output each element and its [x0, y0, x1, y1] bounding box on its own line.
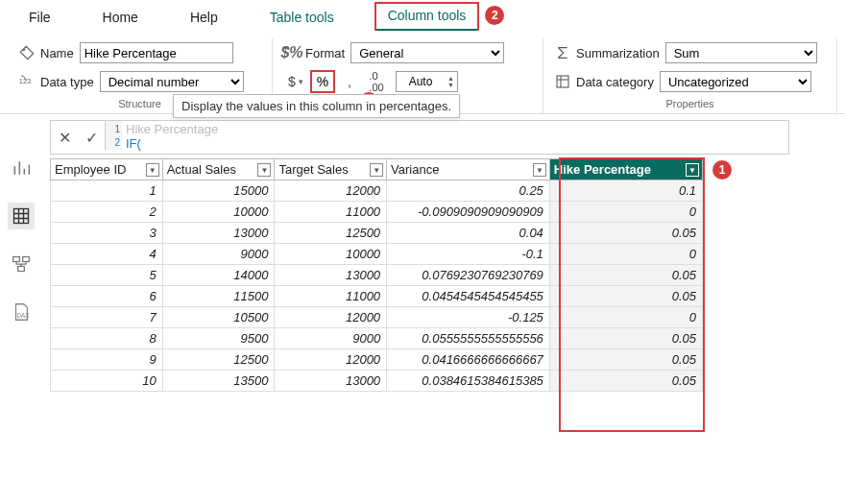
tab-column-tools[interactable]: Column tools 2 — [374, 2, 480, 31]
cell[interactable]: 11000 — [275, 286, 387, 307]
stepper-arrows[interactable]: ▲▼ — [445, 75, 457, 88]
cell[interactable]: 0.04 — [387, 223, 550, 244]
ribbon: Name 123 Data type Decimal number Struct… — [0, 31, 845, 114]
name-input[interactable] — [80, 42, 233, 63]
tab-home[interactable]: Home — [91, 6, 150, 31]
percent-button[interactable]: % — [310, 70, 335, 93]
cell[interactable]: 11500 — [162, 286, 275, 307]
model-view-icon[interactable] — [8, 251, 35, 277]
cell[interactable]: 0 — [549, 244, 702, 265]
format-select[interactable]: General — [350, 42, 504, 63]
cell[interactable]: 12000 — [275, 349, 387, 371]
summarization-select[interactable]: Sum — [665, 42, 817, 63]
decimal-auto-stepper[interactable]: ▲▼ — [396, 71, 458, 92]
col-header-employee-id[interactable]: Employee ID▼ — [51, 159, 163, 180]
formula-commit-button[interactable]: ✓ — [78, 121, 105, 154]
cell[interactable]: 0.05 — [549, 265, 702, 286]
table-row[interactable]: 115000120000.250.1 — [51, 180, 703, 202]
table-row[interactable]: 313000125000.040.05 — [51, 223, 703, 244]
cell[interactable]: 8 — [51, 328, 163, 349]
cell[interactable]: 7 — [51, 307, 163, 328]
cell[interactable]: 0.0384615384615385 — [387, 371, 550, 392]
table-row[interactable]: 21000011000-0.09090909090909090 — [51, 202, 703, 223]
dax-view-icon[interactable]: DAX — [8, 299, 35, 325]
table-row[interactable]: 912500120000.04166666666666670.05 — [51, 349, 703, 371]
cell[interactable]: 4 — [51, 244, 163, 265]
cell[interactable]: 10000 — [162, 202, 275, 223]
table-row[interactable]: 71050012000-0.1250 — [51, 307, 703, 328]
cell[interactable]: -0.1 — [387, 244, 550, 265]
cell[interactable]: -0.125 — [387, 307, 550, 328]
svg-rect-3 — [13, 257, 20, 262]
data-category-select[interactable]: Uncategorized — [660, 71, 811, 92]
sigma-icon — [553, 43, 572, 62]
formula-editor[interactable]: Hike Percentage IF( — [122, 121, 222, 152]
formula-bar: ✕ ✓ 12 Hike Percentage IF( — [50, 120, 789, 155]
cell[interactable]: 0.0416666666666667 — [387, 349, 550, 371]
table-row[interactable]: 611500110000.04545454545454550.05 — [51, 286, 703, 307]
datatype-select[interactable]: Decimal number — [100, 71, 244, 92]
cell[interactable]: 0.25 — [387, 180, 550, 202]
cell[interactable]: 9000 — [162, 244, 275, 265]
formula-cancel-button[interactable]: ✕ — [51, 121, 78, 154]
table-row[interactable]: 4900010000-0.10 — [51, 244, 703, 265]
table-row[interactable]: 514000130000.07692307692307690.05 — [51, 265, 703, 286]
filter-dropdown-icon[interactable]: ▼ — [370, 163, 383, 177]
cell[interactable]: 3 — [51, 223, 163, 244]
data-category-label: Data category — [576, 75, 654, 89]
cell[interactable]: 15000 — [162, 180, 275, 202]
col-header-target-sales[interactable]: Target Sales▼ — [275, 159, 387, 180]
data-view-icon[interactable] — [8, 203, 35, 229]
cell[interactable]: 13000 — [275, 371, 387, 392]
cell[interactable]: 10 — [51, 371, 163, 392]
cell[interactable]: 12500 — [162, 349, 275, 371]
callout-badge-2: 2 — [485, 6, 504, 25]
filter-dropdown-icon[interactable]: ▼ — [686, 163, 699, 177]
cell[interactable]: 9000 — [275, 328, 387, 349]
table-row[interactable]: 1013500130000.03846153846153850.05 — [51, 371, 703, 392]
filter-dropdown-icon[interactable]: ▼ — [257, 163, 271, 177]
col-header-hike-percentage[interactable]: Hike Percentage▼ — [549, 159, 702, 180]
cell[interactable]: 2 — [51, 202, 163, 223]
cell[interactable]: 10000 — [275, 244, 387, 265]
filter-dropdown-icon[interactable]: ▼ — [146, 163, 159, 177]
cell[interactable]: 9 — [51, 349, 163, 371]
cell[interactable]: 12000 — [275, 180, 387, 202]
cell[interactable]: 12500 — [275, 223, 387, 244]
cell[interactable]: 13000 — [275, 265, 387, 286]
cell[interactable]: 0.1 — [549, 180, 702, 202]
table-row[interactable]: 8950090000.05555555555555560.05 — [51, 328, 703, 349]
tab-table-tools[interactable]: Table tools — [258, 6, 346, 31]
col-header-variance[interactable]: Variance▼ — [387, 159, 550, 180]
cell[interactable]: 0.05 — [549, 371, 702, 392]
cell[interactable]: 0.0454545454545455 — [387, 286, 550, 307]
cell[interactable]: 13500 — [162, 371, 275, 392]
cell[interactable]: 10500 — [162, 307, 275, 328]
cell[interactable]: 9500 — [162, 328, 275, 349]
cell[interactable]: 0.0555555555555556 — [387, 328, 550, 349]
tab-file[interactable]: File — [17, 6, 62, 31]
cell[interactable]: 11000 — [275, 202, 387, 223]
decimal-auto-input[interactable] — [397, 72, 445, 91]
thousands-separator-button[interactable]: , — [337, 70, 362, 93]
cell[interactable]: 5 — [51, 265, 163, 286]
cell[interactable]: -0.0909090909090909 — [387, 202, 550, 223]
cell[interactable]: 1 — [51, 180, 163, 202]
cell[interactable]: 0.0769230769230769 — [387, 265, 550, 286]
cell[interactable]: 0 — [549, 202, 702, 223]
cell[interactable]: 0.05 — [549, 328, 702, 349]
cell[interactable]: 14000 — [162, 265, 275, 286]
filter-dropdown-icon[interactable]: ▼ — [533, 163, 546, 177]
cell[interactable]: 0.05 — [549, 223, 702, 244]
cell[interactable]: 0.05 — [549, 349, 702, 371]
cell[interactable]: 0 — [549, 307, 702, 328]
cell[interactable]: 13000 — [162, 223, 275, 244]
name-tag-icon — [17, 43, 36, 62]
cell[interactable]: 0.05 — [549, 286, 702, 307]
col-header-actual-sales[interactable]: Actual Sales▼ — [162, 159, 275, 180]
report-view-icon[interactable] — [8, 155, 35, 181]
tab-help[interactable]: Help — [179, 6, 229, 31]
cell[interactable]: 6 — [51, 286, 163, 307]
currency-button[interactable]: $ — [283, 70, 308, 93]
cell[interactable]: 12000 — [275, 307, 387, 328]
